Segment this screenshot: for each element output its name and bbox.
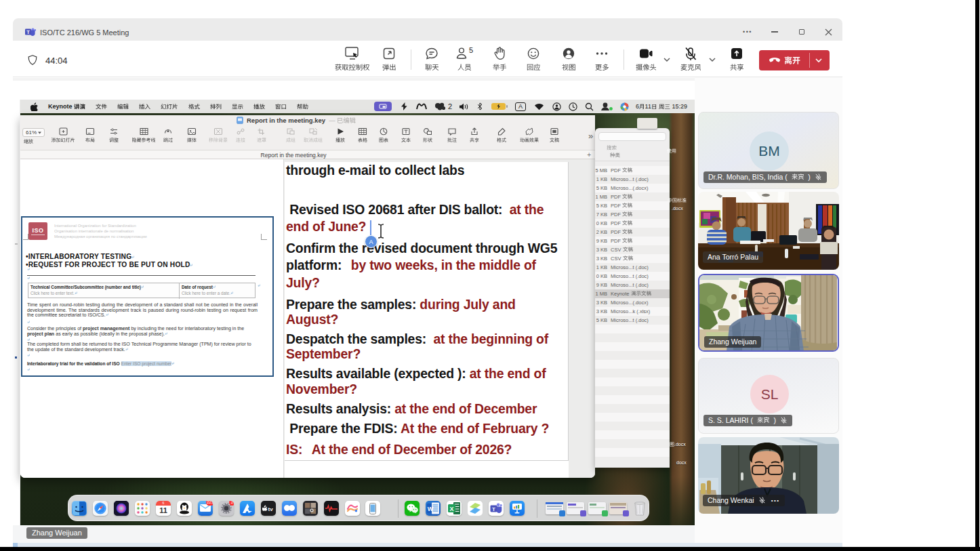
svg-text:T: T [492,506,495,512]
svg-text:W: W [428,506,434,512]
svg-text:T: T [26,29,30,35]
svg-text:5: 5 [469,46,473,54]
svg-text:tv: tv [268,506,274,512]
svg-text:X: X [449,506,453,512]
